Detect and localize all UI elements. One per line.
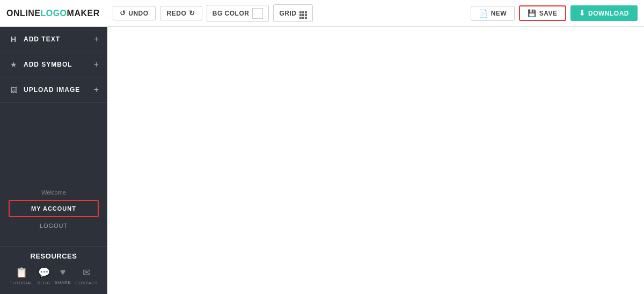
my-account-button[interactable]: MY ACCOUNT <box>9 200 99 217</box>
bg-color-label: BG COLOR <box>213 10 250 17</box>
upload-image-label: UPLOAD IMAGE <box>24 86 89 94</box>
grid-button[interactable]: GRID <box>273 4 313 22</box>
add-text-label: ADD TEXT <box>24 35 89 43</box>
redo-label: REDO <box>167 10 187 17</box>
tutorial-resource[interactable]: 📋 TUTORIAL <box>10 267 33 285</box>
canvas-area[interactable] <box>107 27 644 294</box>
welcome-text: Welcome <box>9 189 99 196</box>
contact-resource[interactable]: ✉ CONTACT <box>75 267 98 285</box>
new-label: NEW <box>491 10 507 17</box>
download-icon: ⬇ <box>579 9 586 17</box>
add-text-plus-icon: + <box>94 34 99 44</box>
logo-logo: LOGO <box>40 9 67 18</box>
undo-button[interactable]: ↺ UNDO <box>113 6 156 20</box>
add-symbol-plus-icon: + <box>94 60 99 69</box>
share-label: SHARE <box>55 280 71 285</box>
tutorial-icon: 📋 <box>16 267 27 278</box>
bg-color-swatch <box>252 8 263 19</box>
contact-label: CONTACT <box>75 281 98 285</box>
blog-label: BLOG <box>38 281 50 285</box>
save-button[interactable]: 💾 SAVE <box>519 5 566 21</box>
image-icon: 🖼 <box>9 86 18 94</box>
logout-button[interactable]: LOGOUT <box>9 223 99 229</box>
app-logo: ONLINELOGOMAKER <box>6 9 100 18</box>
star-icon: ★ <box>9 60 18 69</box>
bg-color-button[interactable]: BG COLOR <box>207 5 269 22</box>
share-resource[interactable]: ♥ SHARE <box>55 267 71 285</box>
share-icon: ♥ <box>60 267 66 278</box>
new-button[interactable]: 📄 NEW <box>471 6 515 21</box>
grid-icon <box>299 8 307 19</box>
redo-button[interactable]: REDO ↻ <box>160 6 202 20</box>
blog-icon: 💬 <box>38 267 50 278</box>
add-symbol-item[interactable]: ★ ADD SYMBOL + <box>0 52 107 77</box>
save-icon: 💾 <box>528 9 537 17</box>
sidebar: H ADD TEXT + ★ ADD SYMBOL + 🖼 UPLOAD IMA… <box>0 27 107 294</box>
download-button[interactable]: ⬇ DOWNLOAD <box>570 5 638 21</box>
upload-image-item[interactable]: 🖼 UPLOAD IMAGE + <box>0 77 107 103</box>
download-label: DOWNLOAD <box>588 10 629 17</box>
upload-image-plus-icon: + <box>94 85 99 95</box>
undo-icon: ↺ <box>120 9 126 17</box>
undo-label: UNDO <box>128 10 148 17</box>
redo-icon: ↻ <box>189 9 195 17</box>
logo-online: ONLINE <box>6 9 40 18</box>
tutorial-label: TUTORIAL <box>10 281 33 285</box>
sidebar-bottom: Welcome MY ACCOUNT LOGOUT <box>0 181 107 246</box>
save-label: SAVE <box>539 10 558 17</box>
grid-label: GRID <box>279 10 296 17</box>
add-symbol-label: ADD SYMBOL <box>24 61 89 68</box>
resources-icons: 📋 TUTORIAL 💬 BLOG ♥ SHARE ✉ CONTACT <box>9 267 99 285</box>
main-layout: H ADD TEXT + ★ ADD SYMBOL + 🖼 UPLOAD IMA… <box>0 27 644 294</box>
text-icon: H <box>9 35 18 44</box>
contact-icon: ✉ <box>83 267 91 278</box>
resources-section: RESOURCES 📋 TUTORIAL 💬 BLOG ♥ SHARE ✉ CO… <box>0 246 107 294</box>
add-text-item[interactable]: H ADD TEXT + <box>0 27 107 52</box>
new-doc-icon: 📄 <box>479 9 488 18</box>
topbar: ONLINELOGOMAKER ↺ UNDO REDO ↻ BG COLOR G… <box>0 0 644 27</box>
blog-resource[interactable]: 💬 BLOG <box>38 267 50 285</box>
resources-title: RESOURCES <box>9 252 99 260</box>
logo-maker: MAKER <box>67 9 100 18</box>
